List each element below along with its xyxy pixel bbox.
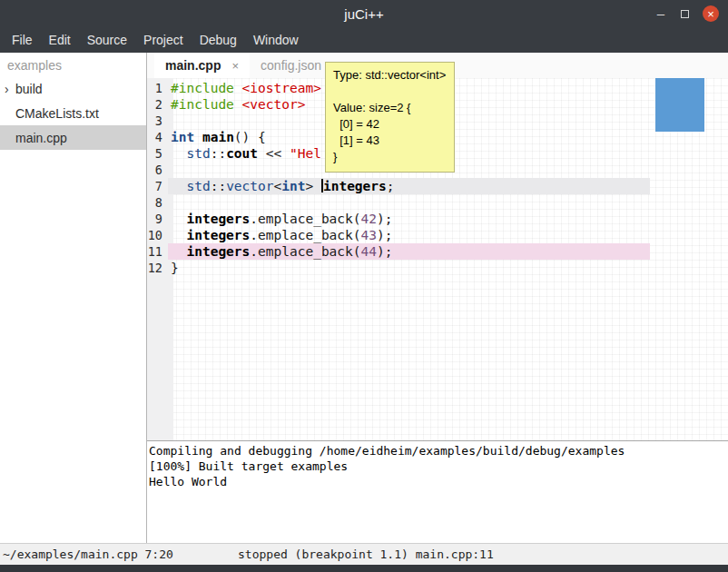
code-line-text: [168, 194, 650, 211]
code-token: [313, 179, 321, 193]
code-token: <iostream>: [242, 81, 321, 95]
code-token: std: [186, 179, 210, 193]
code-token: cout: [226, 146, 258, 161]
code-token: ;: [387, 179, 395, 193]
terminal-line: Compiling and debugging /home/eidheim/ex…: [149, 443, 728, 459]
code-line-text: }: [168, 260, 650, 276]
menubar: FileEditSourceProjectDebugWindow: [0, 27, 728, 53]
window-title: juCi++: [344, 6, 383, 22]
minimize-icon[interactable]: –: [654, 0, 667, 27]
file-sidebar: examples ›buildCMakeLists.txtmain.cpp: [0, 53, 147, 543]
menu-debug[interactable]: Debug: [192, 27, 245, 53]
code-token: [234, 97, 242, 112]
line-number: 8: [147, 194, 168, 211]
code-token: int: [281, 179, 305, 193]
code-token: [171, 146, 186, 161]
code-line-text: integers.emplace_back(42);: [168, 211, 650, 227]
code-token: [171, 212, 186, 226]
code-line-9[interactable]: 9 integers.emplace_back(42);: [147, 211, 728, 227]
code-token: vector: [226, 179, 273, 193]
code-token: int: [171, 130, 194, 144]
code-token: .emplace_back(: [250, 212, 360, 226]
code-token: <: [274, 179, 282, 193]
tree-item-label: build: [15, 82, 43, 96]
tab-label: config.json: [261, 58, 321, 73]
code-token: #include: [171, 97, 234, 112]
code-token: );: [377, 212, 392, 226]
terminal-line: [100%] Built target examples: [149, 459, 728, 474]
code-token: [171, 244, 186, 259]
debug-value-tooltip: Type: std::vector<int> Value: size=2 { […: [325, 62, 455, 173]
code-line-text: integers.emplace_back(44);: [168, 243, 650, 260]
code-token: [194, 130, 202, 144]
code-token: [171, 179, 186, 193]
terminal-line: Hello World: [149, 474, 728, 489]
line-number: 1: [147, 80, 168, 96]
tree-item-label: main.cpp: [15, 131, 67, 145]
line-number: 7: [147, 178, 168, 194]
code-line-8[interactable]: 8: [147, 194, 728, 211]
code-token: [171, 228, 186, 242]
code-line-10[interactable]: 10 integers.emplace_back(43);: [147, 227, 728, 243]
code-token: [234, 81, 242, 95]
tab-close-icon[interactable]: ×: [231, 59, 239, 73]
code-token: .emplace_back(: [250, 228, 360, 242]
tooltip-value-line: [1] = 43: [333, 133, 446, 149]
tab-label: main.cpp: [165, 58, 221, 73]
tree-item-build[interactable]: ›build: [0, 76, 146, 101]
code-token: std: [186, 146, 210, 161]
code-token: integers: [186, 212, 250, 226]
line-number: 3: [147, 113, 168, 129]
window-bottom-edge: [0, 565, 728, 572]
code-line-text: integers.emplace_back(43);: [168, 227, 650, 243]
tooltip-value-line: }: [333, 149, 446, 165]
menu-source[interactable]: Source: [79, 27, 135, 53]
tooltip-value-line: [0] = 42: [333, 116, 446, 133]
code-token: >: [305, 179, 313, 193]
code-token: );: [377, 228, 392, 242]
status-cursor-position: ~/examples/main.cpp 7:20: [0, 547, 173, 561]
statusbar: ~/examples/main.cpp 7:20 stopped (breakp…: [0, 543, 728, 565]
code-token: 43: [361, 228, 377, 242]
code-line-11[interactable]: 11 integers.emplace_back(44);: [147, 243, 728, 260]
code-token: main: [202, 130, 234, 144]
menu-project[interactable]: Project: [135, 27, 192, 53]
menu-edit[interactable]: Edit: [41, 27, 79, 53]
file-tree: ›buildCMakeLists.txtmain.cpp: [0, 76, 146, 150]
close-icon[interactable]: ×: [703, 5, 719, 22]
tooltip-value-line: Value: size=2 {: [333, 100, 446, 116]
minimap-viewport[interactable]: [655, 78, 704, 132]
code-token: ::: [211, 146, 226, 161]
expand-arrow-icon[interactable]: ›: [0, 82, 15, 96]
tooltip-value-line: [333, 84, 446, 100]
code-token: <<: [258, 146, 290, 161]
app-window: juCi++ – × FileEditSourceProjectDebugWin…: [0, 0, 728, 572]
code-token: () {: [234, 130, 266, 144]
code-token: ::: [211, 179, 226, 193]
titlebar: juCi++ – ×: [0, 0, 728, 27]
output-terminal[interactable]: Compiling and debugging /home/eidheim/ex…: [147, 440, 728, 543]
code-token: .emplace_back(: [250, 244, 360, 259]
code-token: }: [171, 261, 179, 275]
menu-file[interactable]: File: [4, 27, 41, 53]
tree-item-cmakelists.txt[interactable]: CMakeLists.txt: [0, 101, 146, 125]
code-token: integers: [186, 244, 250, 259]
maximize-icon[interactable]: [681, 10, 689, 18]
code-token: "Hel: [290, 146, 321, 161]
tree-item-label: CMakeLists.txt: [15, 106, 99, 121]
code-line-12[interactable]: 12}: [147, 260, 728, 276]
code-line-7[interactable]: 7 std::vector<int> integers;: [147, 178, 728, 194]
tree-item-main.cpp[interactable]: main.cpp: [0, 125, 146, 150]
code-token: 42: [361, 212, 377, 226]
code-token: integers: [186, 228, 250, 242]
code-token: );: [377, 244, 392, 259]
line-number: 6: [147, 162, 168, 178]
menu-window[interactable]: Window: [245, 27, 307, 53]
line-number: 5: [147, 145, 168, 162]
tooltip-body: Value: size=2 { [0] = 42 [1] = 43}: [333, 84, 446, 165]
line-number: 2: [147, 96, 168, 113]
code-token: #include: [171, 81, 234, 95]
code-token: 44: [361, 244, 377, 259]
line-number: 4: [147, 129, 168, 145]
tab-main.cpp[interactable]: main.cpp×: [154, 53, 250, 78]
